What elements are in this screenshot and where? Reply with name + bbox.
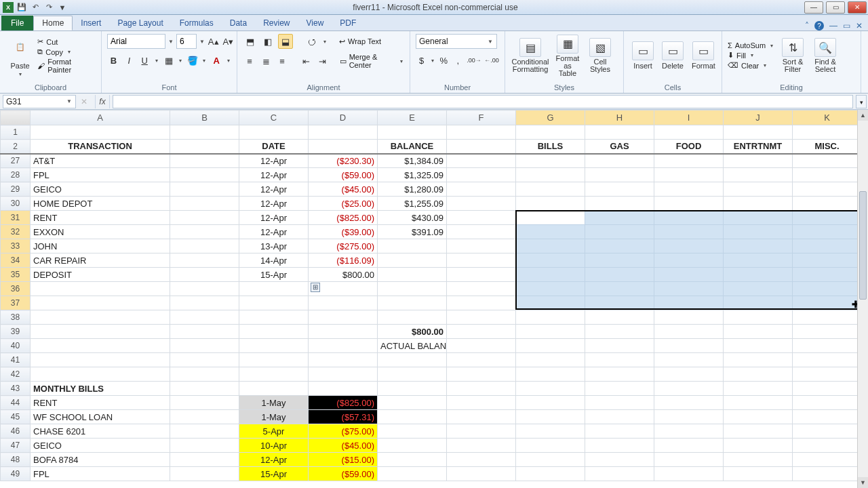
- name-box[interactable]: G31▼: [3, 95, 76, 108]
- cell-F38[interactable]: [447, 310, 516, 325]
- cell-E47[interactable]: [378, 439, 447, 453]
- cell-H35[interactable]: [585, 268, 654, 282]
- header-cell-D[interactable]: [309, 140, 378, 154]
- cell-J36[interactable]: [724, 282, 793, 296]
- cell-K30[interactable]: [793, 197, 858, 211]
- cell-F40[interactable]: [447, 339, 516, 353]
- cell-K27[interactable]: [793, 154, 858, 168]
- col-header-A[interactable]: A: [31, 110, 170, 125]
- cell-G38[interactable]: [516, 310, 585, 325]
- delete-cells-button[interactable]: ▭Delete: [659, 40, 686, 71]
- header-cell-I[interactable]: FOOD: [654, 140, 724, 154]
- cell-C43[interactable]: [239, 382, 309, 396]
- cell-I39[interactable]: [654, 325, 724, 339]
- cell-I32[interactable]: [654, 225, 724, 239]
- cell-E28[interactable]: $1,325.09: [378, 168, 447, 182]
- cell-B30[interactable]: [170, 197, 239, 211]
- cell-I27[interactable]: [654, 154, 724, 168]
- cell-H33[interactable]: [585, 239, 654, 253]
- align-left-button[interactable]: ≡: [243, 54, 256, 68]
- col-header-B[interactable]: B: [170, 110, 239, 125]
- cell-C49[interactable]: 15-Apr: [239, 467, 309, 481]
- row-header-1[interactable]: 1: [1, 125, 31, 140]
- cell[interactable]: [378, 125, 447, 140]
- cell-H29[interactable]: [585, 182, 654, 197]
- cell-A28[interactable]: FPL: [31, 168, 170, 182]
- cell-F42[interactable]: [447, 367, 516, 382]
- cell-E34[interactable]: [378, 253, 447, 268]
- cell[interactable]: [447, 125, 516, 140]
- cell-J31[interactable]: [724, 211, 793, 225]
- font-size-input[interactable]: [176, 34, 197, 49]
- row-header-41[interactable]: 41: [1, 353, 31, 367]
- cell-B31[interactable]: [170, 211, 239, 225]
- format-as-table-button[interactable]: ▦Format as Table: [553, 33, 583, 79]
- cell[interactable]: [239, 125, 309, 140]
- row-header-37[interactable]: 37: [1, 296, 31, 310]
- row-header-46[interactable]: 46: [1, 424, 31, 439]
- cell-F48[interactable]: [447, 453, 516, 467]
- cell-J28[interactable]: [724, 168, 793, 182]
- cell-K40[interactable]: [793, 339, 858, 353]
- col-header-G[interactable]: G: [516, 110, 585, 125]
- cell-J37[interactable]: [724, 296, 793, 310]
- header-cell-F[interactable]: [447, 140, 516, 154]
- row-header-42[interactable]: 42: [1, 367, 31, 382]
- cell-E46[interactable]: [378, 424, 447, 439]
- align-center-button[interactable]: ≣: [259, 54, 273, 68]
- cell-J34[interactable]: [724, 253, 793, 268]
- shrink-font-button[interactable]: A▾: [222, 34, 235, 49]
- header-cell-B[interactable]: [170, 140, 239, 154]
- cell-B41[interactable]: [170, 353, 239, 367]
- decrease-decimal-button[interactable]: ←.00: [484, 53, 499, 68]
- help-icon[interactable]: ?: [814, 21, 824, 30]
- row-header-45[interactable]: 45: [1, 410, 31, 424]
- cell-H27[interactable]: [585, 154, 654, 168]
- cell-B38[interactable]: [170, 310, 239, 325]
- cell-G31[interactable]: [516, 211, 585, 225]
- cell-H48[interactable]: [585, 453, 654, 467]
- cell-D39[interactable]: [309, 325, 378, 339]
- save-icon[interactable]: 💾: [16, 2, 27, 13]
- cell-A48[interactable]: BOFA 8784: [31, 453, 170, 467]
- cell-E44[interactable]: [378, 396, 447, 410]
- undo-icon[interactable]: ↶: [30, 2, 41, 13]
- cell-D47[interactable]: ($45.00): [309, 439, 378, 453]
- cell-K48[interactable]: [793, 453, 858, 467]
- cell-E29[interactable]: $1,280.09: [378, 182, 447, 197]
- cell-J27[interactable]: [724, 154, 793, 168]
- cell-F44[interactable]: [447, 396, 516, 410]
- header-cell-G[interactable]: BILLS: [516, 140, 585, 154]
- row-header-29[interactable]: 29: [1, 182, 31, 197]
- cell-I30[interactable]: [654, 197, 724, 211]
- cell-J49[interactable]: [724, 467, 793, 481]
- cell-K34[interactable]: [793, 253, 858, 268]
- cell-D49[interactable]: ($59.00): [309, 467, 378, 481]
- cell-B44[interactable]: [170, 396, 239, 410]
- row-header-47[interactable]: 47: [1, 439, 31, 453]
- cell-G44[interactable]: [516, 396, 585, 410]
- cell-I38[interactable]: [654, 310, 724, 325]
- cut-button[interactable]: ✂Cut: [37, 37, 96, 46]
- cell-K36[interactable]: [793, 282, 858, 296]
- cell-G36[interactable]: [516, 282, 585, 296]
- cell-J45[interactable]: [724, 410, 793, 424]
- grow-font-button[interactable]: A▴: [208, 34, 220, 49]
- cell-A36[interactable]: [31, 282, 170, 296]
- cell-B34[interactable]: [170, 253, 239, 268]
- cell-D43[interactable]: [309, 382, 378, 396]
- orientation-button[interactable]: ⭯: [304, 34, 319, 49]
- cell-H28[interactable]: [585, 168, 654, 182]
- cell-E36[interactable]: [378, 282, 447, 296]
- cell[interactable]: [516, 125, 585, 140]
- cell-I36[interactable]: [654, 282, 724, 296]
- cell-G27[interactable]: [516, 154, 585, 168]
- cell-A45[interactable]: WF SCHOOL LOAN: [31, 410, 170, 424]
- cell-F37[interactable]: [447, 296, 516, 310]
- cell-G30[interactable]: [516, 197, 585, 211]
- tab-data[interactable]: Data: [222, 16, 255, 30]
- increase-decimal-button[interactable]: .00→: [467, 53, 481, 68]
- cell-B28[interactable]: [170, 168, 239, 182]
- cell-K41[interactable]: [793, 353, 858, 367]
- cell-H37[interactable]: [585, 296, 654, 310]
